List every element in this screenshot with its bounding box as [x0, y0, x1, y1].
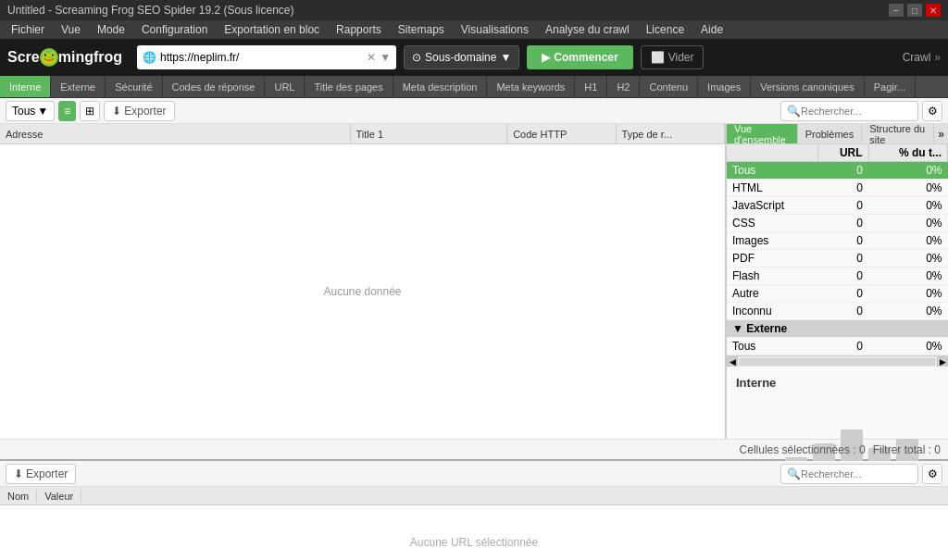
- bottom-search-input[interactable]: [801, 468, 912, 479]
- toolbar: Scre 🐸 mingfrog 🌐 ✕ ▼ ⊙ Sous-domaine ▼ ▶…: [0, 39, 948, 76]
- menu-sitemaps[interactable]: Sitemaps: [391, 21, 452, 38]
- rp-scroll-left[interactable]: ◀: [727, 356, 738, 367]
- logo: Scre 🐸 mingfrog: [7, 48, 122, 67]
- subdomain-arrow: ▼: [500, 51, 511, 64]
- tab-meta-desc[interactable]: Meta description: [393, 76, 488, 97]
- menu-configuration[interactable]: Configuration: [134, 21, 215, 38]
- menu-visualisations[interactable]: Visualisations: [454, 21, 536, 38]
- bottom-filter-bar: ⬇ Exporter 🔍 ⚙: [0, 461, 948, 487]
- search-box: 🔍: [780, 101, 918, 121]
- menu-licence[interactable]: Licence: [639, 21, 692, 38]
- rp-cell-pdf-label: PDF: [727, 250, 818, 268]
- bottom-filter-settings[interactable]: ⚙: [922, 464, 942, 484]
- tab-securite[interactable]: Sécurité: [106, 76, 162, 97]
- bottom-col-nom[interactable]: Nom: [0, 491, 37, 502]
- chart-title: Interne: [736, 376, 776, 390]
- rp-row-css[interactable]: CSS 0 0%: [727, 215, 948, 232]
- filter-settings-button[interactable]: ⚙: [922, 101, 942, 121]
- url-input[interactable]: [160, 51, 363, 64]
- rp-row-tous[interactable]: Tous 0 0%: [727, 162, 948, 180]
- start-button[interactable]: ▶ Commencer: [527, 45, 632, 69]
- logo-frog-icon: 🐸: [40, 48, 58, 67]
- search-icon: 🔍: [787, 105, 801, 118]
- bottom-search-right: 🔍 ⚙: [780, 464, 942, 484]
- rp-col-url: URL: [818, 144, 869, 162]
- rp-col-label: [727, 144, 818, 162]
- rp-row-autre[interactable]: Autre 0 0%: [727, 285, 948, 303]
- menu-exportation-bloc[interactable]: Exportation en bloc: [217, 21, 327, 38]
- bottom-export-icon: ⬇: [14, 467, 23, 480]
- subdomain-select[interactable]: ⊙ Sous-domaine ▼: [404, 45, 519, 69]
- rp-row-inconnu[interactable]: Inconnu 0 0%: [727, 303, 948, 320]
- tab-meta-kw[interactable]: Meta keywords: [487, 76, 575, 97]
- tab-contenu[interactable]: Contenu: [640, 76, 698, 97]
- no-url-selected-text: Aucune URL sélectionnée: [410, 536, 538, 549]
- tab-codes-reponse[interactable]: Codes de réponse: [163, 76, 266, 97]
- right-tab-overview[interactable]: Vue d'ensemble: [727, 124, 798, 143]
- rp-scroll-bar: ◀ ▶: [727, 355, 948, 367]
- rp-row-images[interactable]: Images 0 0%: [727, 232, 948, 250]
- close-button[interactable]: ✕: [926, 4, 941, 17]
- rp-scroll-track[interactable]: [740, 358, 935, 366]
- rp-row-pdf[interactable]: PDF 0 0%: [727, 250, 948, 268]
- menu-analyse-crawl[interactable]: Analyse du crawl: [538, 21, 637, 38]
- filter-total-text: Filtrer total : 0: [873, 443, 941, 456]
- cells-selected-text: Cellules sélectionnées : 0: [740, 443, 866, 456]
- rp-row-html[interactable]: HTML 0 0%: [727, 180, 948, 197]
- export-button[interactable]: ⬇ Exporter: [104, 101, 174, 121]
- rp-row-js[interactable]: JavaScript 0 0%: [727, 197, 948, 215]
- tab-interne[interactable]: Interne: [0, 76, 51, 97]
- col-type[interactable]: Type de r...: [617, 124, 725, 143]
- list-view-button[interactable]: ≡: [58, 101, 76, 121]
- crawl-section: Crawl »: [903, 51, 941, 64]
- right-tab-structure[interactable]: Structure du site: [862, 124, 934, 143]
- tab-h2[interactable]: H2: [607, 76, 640, 97]
- rp-cell-js-label: JavaScript: [727, 197, 818, 215]
- menu-bar: Fichier Vue Mode Configuration Exportati…: [0, 20, 948, 39]
- grid-view-button[interactable]: ⊞: [80, 101, 100, 121]
- minimize-button[interactable]: −: [889, 4, 904, 17]
- window-controls: − □ ✕: [889, 4, 941, 17]
- crawl-arrow-btn[interactable]: »: [934, 51, 941, 64]
- rp-cell-css-pct: 0%: [868, 215, 947, 232]
- rp-cell-flash-url: 0: [818, 268, 869, 285]
- maximize-button[interactable]: □: [907, 4, 922, 17]
- rp-cell-js-url: 0: [818, 197, 869, 215]
- menu-mode[interactable]: Mode: [90, 21, 132, 38]
- menu-rapports[interactable]: Rapports: [329, 21, 389, 38]
- bottom-export-button[interactable]: ⬇ Exporter: [6, 464, 76, 484]
- globe-icon: 🌐: [143, 51, 156, 64]
- tab-title-pages[interactable]: Title des pages: [305, 76, 393, 97]
- clear-url-button[interactable]: ✕: [367, 51, 376, 64]
- rp-cell-autre-url: 0: [818, 285, 869, 303]
- rp-row-externe-tous[interactable]: Tous 0 0%: [727, 338, 948, 355]
- vider-button[interactable]: ⬜ Vider: [641, 45, 705, 69]
- bottom-col-valeur[interactable]: Valeur: [37, 491, 81, 502]
- tab-externe[interactable]: Externe: [51, 76, 106, 97]
- url-dropdown-arrow[interactable]: ▼: [380, 51, 391, 64]
- menu-aide[interactable]: Aide: [693, 21, 730, 38]
- menu-vue[interactable]: Vue: [54, 21, 88, 38]
- grid-icon: ⊞: [85, 105, 94, 118]
- col-title1[interactable]: Title 1: [351, 124, 508, 143]
- rp-row-flash[interactable]: Flash 0 0%: [727, 268, 948, 285]
- menu-fichier[interactable]: Fichier: [4, 21, 52, 38]
- right-tab-more-arrow[interactable]: »: [934, 124, 948, 143]
- search-input[interactable]: [801, 106, 912, 117]
- tab-h1[interactable]: H1: [575, 76, 607, 97]
- rp-externe-header: ▼ Externe: [727, 320, 948, 338]
- filter-dropdown[interactable]: Tous ▼: [6, 101, 55, 121]
- right-tab-problems[interactable]: Problèmes: [798, 124, 863, 143]
- subdomain-label: Sous-domaine: [425, 51, 496, 64]
- col-code-http[interactable]: Code HTTP: [507, 124, 616, 143]
- bottom-search-icon: 🔍: [787, 467, 801, 480]
- tab-pagir[interactable]: Pagir...: [865, 76, 916, 97]
- rp-scroll-right[interactable]: ▶: [937, 356, 948, 367]
- tab-versions-canoniques[interactable]: Versions canoniques: [751, 76, 865, 97]
- tab-images[interactable]: Images: [698, 76, 751, 97]
- col-adresse[interactable]: Adresse: [0, 124, 351, 143]
- rp-cell-inconnu-pct: 0%: [868, 303, 947, 320]
- tab-url[interactable]: URL: [265, 76, 305, 97]
- settings-icon: ⚙: [928, 105, 938, 118]
- rp-section-externe: ▼ Externe: [727, 320, 948, 338]
